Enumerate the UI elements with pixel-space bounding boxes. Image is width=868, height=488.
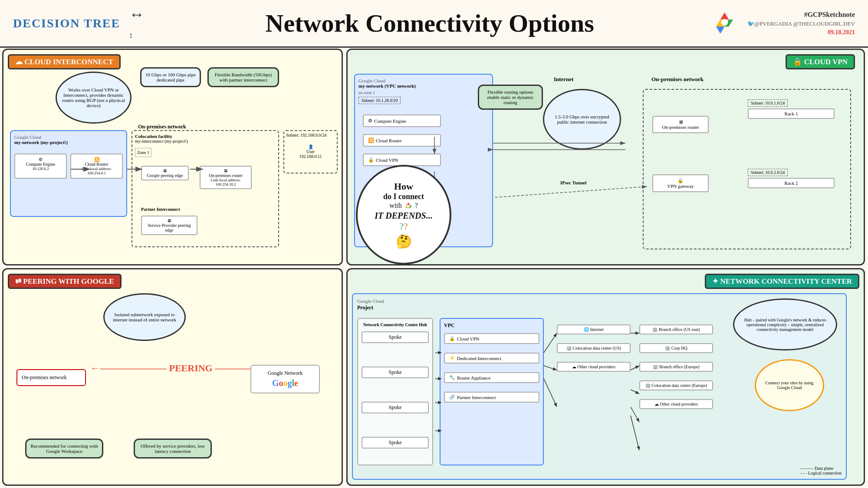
- svg-point-0: [721, 19, 728, 26]
- svg-line-18: [544, 366, 557, 370]
- user-ci: 👤 User 192.168.0.11: [286, 144, 335, 159]
- cloud-vpn-component: 🔒Cloud VPN: [363, 154, 441, 166]
- spoke-3: Spoke: [362, 402, 429, 413]
- social: 🐦@PVERGADIA @THECLOUDGIRL.DEV: [747, 20, 855, 27]
- vpc-box: VPC 🔒 Cloud VPN ⚡ Dedicated Interconnect…: [440, 318, 544, 465]
- subnet2-container: Subnet: 10.0.2.0/24 Rack 2: [748, 168, 835, 188]
- compute-engine-vpn: ⚙Compute Engine: [363, 115, 441, 127]
- internet-label-vpn: Internet: [554, 76, 574, 83]
- router-appliance-service: 🔧 Router Appliance: [444, 372, 539, 383]
- on-prem-router-ci: 🖥On-premises router Link-local address: …: [200, 166, 252, 189]
- internet-dest: 🌐 Internet: [557, 324, 631, 334]
- spoke-4: Spoke: [362, 437, 429, 449]
- hub-callout: Hub – paired with Google's network & red…: [733, 298, 837, 350]
- coloc-us-dest: 🏢 Colocation data center (US): [557, 343, 631, 353]
- peering-section: ⇄ PEERING WITH GOOGLE Isolated subnetwor…: [2, 268, 343, 486]
- bandwidth-callout: Flexible Bandwidth (50Gbps) with partner…: [207, 67, 279, 87]
- routing-callout: Flexible routing options enable static o…: [478, 85, 543, 110]
- center-circle: How do I connect with ? IT DEPENDS... ??…: [356, 165, 451, 265]
- interconnect-service: ⚡ Dedicated Interconnect: [444, 353, 539, 364]
- svg-line-24: [631, 416, 639, 450]
- vpn-gateway: 🔒VPN gateway: [652, 174, 709, 192]
- gc-box-ci: Google Cloud my-network (my-project!) ⚙C…: [10, 130, 127, 217]
- legend: ——— Data plane - - - Logical connection: [801, 466, 842, 475]
- on-prem-label-vpn: On-premises network: [651, 76, 704, 83]
- destinations-col2: 🏢 Branch office (US east) 🏢 Corp HQ 🏢 Br…: [639, 318, 713, 465]
- peering-label-badge: ⇄ PEERING WITH GOOGLE: [8, 274, 122, 289]
- rack1: Rack 1: [748, 108, 835, 119]
- service-provider-peering: 🖥Service Provider peering edge: [141, 216, 197, 235]
- workspace-callout: Recommended for connecting with Google W…: [25, 439, 103, 459]
- gbps-callout: 10 Gbps or 100 Gbps pipe dedicated pipe: [140, 67, 201, 87]
- spoke-2: Spoke: [362, 367, 429, 378]
- speed-callout: 1.5-3.0 Gbps over encrypted public inter…: [543, 89, 621, 150]
- date: 09.18.2021: [828, 29, 855, 36]
- other-cloud-dest2: ☁ Other cloud providers: [639, 399, 713, 409]
- google-peering-edge: 🖥Google peering edge: [141, 166, 189, 180]
- svg-line-17: [544, 333, 557, 353]
- svg-line-21: [631, 366, 639, 370]
- decision-tree-label: DECISION TREE: [13, 16, 120, 30]
- on-prem-router-vpn: 🖥On-premises router: [652, 116, 709, 133]
- destinations-col1: 🌐 Internet 🏢 Colocation data center (US)…: [557, 318, 631, 465]
- isolated-subnet-callout: Isolated subnetwork exposed to internet …: [103, 293, 186, 341]
- service-provider-callout: Offered by service providers, low latenc…: [134, 439, 212, 459]
- svg-line-22: [631, 390, 639, 394]
- cloud-interconnect-label: ☁ CLOUD INTERCONNECT: [8, 54, 121, 69]
- on-prem-label: On-premises network: [138, 124, 186, 130]
- spoke-1: Spoke: [362, 331, 429, 343]
- google-logo-text: Google: [256, 378, 315, 388]
- svg-point-25: [407, 205, 410, 207]
- on-prem-box-vpn: 🖥On-premises router 🔒VPN gateway Subnet:…: [643, 89, 851, 249]
- main-title: Network Connectivity Options: [158, 9, 702, 38]
- subnet-box-ci: Subnet: 192.168.0.0/24 👤 User 192.168.0.…: [283, 130, 338, 174]
- gc-ncc-box: Google Cloud Project Hub – paired with G…: [352, 293, 847, 480]
- nav-arrows-icon: ↔↕: [129, 5, 145, 42]
- cloud-vpn-label: 🔒 CLOUD VPN: [786, 54, 855, 69]
- corp-hq-dest: 🏢 Corp HQ: [639, 343, 713, 353]
- other-cloud-dest1: ☁ Other cloud providers: [557, 362, 631, 372]
- zone-label: Zone 1: [135, 148, 151, 157]
- ncc-hub-box: Network Connectivity Center Hub Spoke Sp…: [357, 318, 433, 465]
- svg-line-9: [495, 187, 647, 197]
- spokes-container: Spoke Spoke Spoke Spoke: [362, 331, 429, 449]
- partner-interconnect-service: 🔗 Partner Interconnect: [444, 392, 539, 403]
- svg-line-23: [631, 407, 639, 422]
- ncc-label-badge: ✦ NETWORK CONNECTIVITY CENTER: [705, 274, 859, 289]
- on-prem-peer: On-premises network: [16, 369, 86, 386]
- branch-europe-dest: 🏢 Branch office (Europe): [639, 362, 713, 372]
- my-network-ci: my-network (my-project!): [14, 140, 123, 145]
- rack2: Rack 2: [748, 178, 835, 188]
- hashtag: #GCPSketchnote: [804, 11, 855, 19]
- header: DECISION TREE ↔↕ Network Connectivity Op…: [0, 0, 868, 48]
- colocation-box: Colocation facility my-interconnect (my-…: [132, 130, 279, 247]
- svg-line-19: [544, 379, 557, 407]
- gcp-logo: [710, 8, 739, 38]
- connect-callout: Connect your sites by using Google Cloud: [755, 359, 824, 411]
- header-right: #GCPSketchnote 🐦@PVERGADIA @THECLOUDGIRL…: [747, 11, 855, 36]
- cloud-interconnect-section: ☁ CLOUD INTERCONNECT Works over Cloud VP…: [2, 49, 343, 265]
- cloud-router-vpn: 🔀Cloud Router: [363, 134, 441, 147]
- ncc-section: ✦ NETWORK CONNECTIVITY CENTER Google Clo…: [346, 268, 865, 486]
- cloud-router-ci: 🔀Cloud Router Link-local address: 169.25…: [70, 154, 123, 179]
- vpn-service: 🔒 Cloud VPN: [444, 333, 539, 344]
- google-network-box: Google Network Google: [250, 365, 320, 393]
- coloc-europe-dest: 🏢 Colocation data center (Europe): [639, 380, 713, 390]
- ipsec-label: IPsec Tunnel: [560, 180, 586, 185]
- subnet1-container: Subnet: 10.0.1.0/24 Rack 1: [748, 98, 835, 119]
- stick-figure-icon: 🤔: [396, 234, 412, 249]
- bgp-callout: Works over Cloud VPN or Interconnect, pr…: [56, 72, 132, 124]
- compute-engine-ci: ⚙Compute Engine 10.128.0.2: [14, 154, 67, 179]
- gc-label-ci: Google Cloud: [14, 134, 123, 140]
- branch-us-dest: 🏢 Branch office (US east): [639, 324, 713, 334]
